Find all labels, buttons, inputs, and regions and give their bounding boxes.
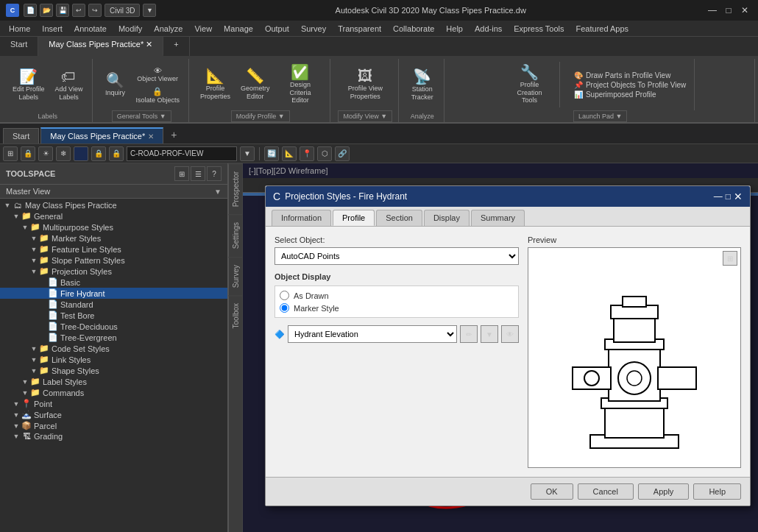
menu-manage[interactable]: Manage bbox=[218, 23, 259, 35]
marker-edit-button[interactable]: ✏ bbox=[460, 325, 478, 343]
grading-toggle[interactable]: ▼ bbox=[12, 433, 21, 440]
tree-item-label[interactable]: ▼ 📁 Label Styles bbox=[0, 376, 227, 387]
superimposed-profile-button[interactable]: 📊 Superimposed Profile bbox=[572, 90, 688, 99]
menu-collaborate[interactable]: Collaborate bbox=[387, 23, 440, 35]
radio-marker-style[interactable]: Marker Style bbox=[280, 303, 514, 313]
station-tracker-button[interactable]: 📡 StationTracker bbox=[408, 67, 437, 104]
sidetab-settings[interactable]: Settings bbox=[228, 214, 243, 256]
sidetab-toolbox[interactable]: Toolbox bbox=[228, 295, 243, 336]
point-toggle[interactable]: ▼ bbox=[12, 400, 21, 408]
dropdown-btn[interactable]: ▼ bbox=[143, 4, 156, 17]
open-btn[interactable]: 📂 bbox=[40, 4, 53, 17]
menu-analyze[interactable]: Analyze bbox=[148, 23, 188, 35]
layer-dropdown[interactable]: ▼ bbox=[240, 146, 255, 161]
model-space-btn[interactable]: ⊞ bbox=[3, 146, 18, 161]
commands-toggle[interactable]: ▼ bbox=[21, 389, 29, 397]
apply-button[interactable]: Apply bbox=[638, 483, 690, 500]
project-objects-button[interactable]: 📌 Project Objects To Profile View bbox=[572, 80, 688, 90]
tree-item-marker[interactable]: ▼ 📁 Marker Styles bbox=[0, 233, 227, 244]
menu-express[interactable]: Express Tools bbox=[508, 23, 570, 35]
tree-item-testbore[interactable]: 📄 Test Bore bbox=[0, 310, 227, 321]
root-toggle[interactable]: ▼ bbox=[3, 202, 12, 209]
tree-item-surface[interactable]: ▼ 🗻 Surface bbox=[0, 409, 227, 420]
surface-toggle[interactable]: ▼ bbox=[12, 411, 21, 419]
edit-profile-labels-button[interactable]: 📝 Edit ProfileLabels bbox=[9, 67, 49, 104]
master-view-arrow[interactable]: ▼ bbox=[214, 188, 222, 196]
tree-item-point[interactable]: ▼ 📍 Point bbox=[0, 398, 227, 409]
modify-view-flyout[interactable]: Modify View ▼ bbox=[338, 110, 392, 122]
dialog-tab-section[interactable]: Section bbox=[376, 210, 422, 226]
tab-add[interactable]: + bbox=[163, 37, 189, 56]
layer-input[interactable] bbox=[127, 146, 237, 161]
menu-transparent[interactable]: Transparent bbox=[332, 23, 387, 35]
general-toggle[interactable]: ▼ bbox=[12, 213, 21, 220]
ok-button[interactable]: OK bbox=[531, 483, 573, 500]
tab-start-doc[interactable]: Start bbox=[3, 128, 39, 143]
close-button[interactable]: ✕ bbox=[737, 3, 752, 18]
design-criteria-button[interactable]: ✅ Design CriteriaEditor bbox=[276, 63, 324, 107]
tree-item-parcel[interactable]: ▼ 📦 Parcel bbox=[0, 420, 227, 431]
radio-marker-style-input[interactable] bbox=[280, 303, 289, 313]
dialog-tab-summary[interactable]: Summary bbox=[471, 210, 525, 226]
menu-output[interactable]: Output bbox=[259, 23, 295, 35]
preview-corner-button[interactable]: ⊞ bbox=[723, 251, 737, 266]
multipurpose-toggle[interactable]: ▼ bbox=[21, 224, 29, 231]
help-button[interactable]: Help bbox=[693, 483, 741, 500]
tb-btn4[interactable]: ⬡ bbox=[317, 146, 332, 161]
link-toggle[interactable]: ▼ bbox=[29, 356, 38, 363]
dialog-tab-display[interactable]: Display bbox=[424, 210, 470, 226]
tab-start[interactable]: Start bbox=[0, 37, 38, 56]
dialog-close-button[interactable]: ✕ bbox=[734, 191, 743, 202]
add-view-labels-button[interactable]: 🏷 Add ViewLabels bbox=[52, 67, 87, 104]
codeset-toggle[interactable]: ▼ bbox=[29, 345, 38, 352]
tree-item-root[interactable]: ▼ 🗂 May Class Pipes Practice bbox=[0, 200, 227, 210]
redo-btn[interactable]: ↪ bbox=[88, 4, 102, 17]
menu-featured[interactable]: Featured Apps bbox=[570, 23, 635, 35]
parcel-toggle[interactable]: ▼ bbox=[12, 422, 21, 430]
ts-btn3[interactable]: ? bbox=[207, 166, 222, 181]
modify-profile-flyout[interactable]: Modify Profile ▼ bbox=[231, 110, 290, 122]
tree-item-grading[interactable]: ▼ 🏗 Grading bbox=[0, 431, 227, 441]
tb-btn1[interactable]: 🔄 bbox=[264, 146, 279, 161]
layer-freeze-btn[interactable]: ❄ bbox=[56, 146, 71, 161]
dialog-minimize-button[interactable]: — bbox=[714, 191, 723, 202]
menu-view[interactable]: View bbox=[188, 23, 218, 35]
dialog-tab-profile[interactable]: Profile bbox=[333, 210, 375, 226]
projection-toggle[interactable]: ▼ bbox=[29, 268, 38, 275]
label-toggle[interactable]: ▼ bbox=[21, 378, 29, 386]
dialog-tab-information[interactable]: Information bbox=[272, 210, 331, 226]
profile-properties-button[interactable]: 📐 ProfileProperties bbox=[196, 66, 234, 103]
ts-btn1[interactable]: ⊞ bbox=[174, 166, 189, 181]
shape-toggle[interactable]: ▼ bbox=[29, 367, 38, 375]
dialog-maximize-button[interactable]: □ bbox=[726, 191, 731, 202]
tree-item-treedeciduous[interactable]: 📄 Tree-Deciduous bbox=[0, 321, 227, 332]
tree-item-link[interactable]: ▼ 📁 Link Styles bbox=[0, 354, 227, 365]
radio-as-drawn-input[interactable] bbox=[280, 291, 289, 300]
marker-style-dropdown[interactable]: Hydrant Elevation bbox=[288, 325, 457, 343]
menu-modify[interactable]: Modify bbox=[113, 23, 148, 35]
tree-item-projection[interactable]: ▼ 📁 Projection Styles bbox=[0, 266, 227, 277]
inquiry-button[interactable]: 🔍 Inquiry bbox=[100, 71, 130, 99]
profile-view-properties-button[interactable]: 🖼 Profile ViewProperties bbox=[344, 66, 386, 103]
draw-parts-button[interactable]: 🎨 Draw Parts in Profile View bbox=[572, 71, 688, 80]
tree-item-codeset[interactable]: ▼ 📁 Code Set Styles bbox=[0, 343, 227, 354]
menu-addins[interactable]: Add-ins bbox=[469, 23, 508, 35]
menu-help[interactable]: Help bbox=[440, 23, 469, 35]
sidetab-prospector[interactable]: Prospector bbox=[228, 163, 243, 214]
sun-btn[interactable]: ☀ bbox=[38, 146, 53, 161]
tree-item-standard[interactable]: 📄 Standard bbox=[0, 299, 227, 310]
general-tools-flyout[interactable]: General Tools ▼ bbox=[112, 110, 171, 122]
ts-btn2[interactable]: ☰ bbox=[191, 166, 205, 181]
tb-btn3[interactable]: 📍 bbox=[300, 146, 314, 161]
undo-btn[interactable]: ↩ bbox=[72, 4, 85, 17]
cancel-button[interactable]: Cancel bbox=[578, 483, 634, 500]
layer-lock3-btn[interactable]: 🔒 bbox=[109, 146, 124, 161]
marker-dropdown-button[interactable]: ▼ bbox=[481, 325, 498, 343]
tree-item-shape[interactable]: ▼ 📁 Shape Styles bbox=[0, 365, 227, 376]
sidetab-survey[interactable]: Survey bbox=[228, 257, 243, 295]
maximize-button[interactable]: □ bbox=[721, 3, 736, 18]
menu-survey[interactable]: Survey bbox=[295, 23, 332, 35]
tree-item-firehydrant[interactable]: 📄 Fire Hydrant bbox=[0, 288, 227, 299]
add-tab-button[interactable]: + bbox=[165, 126, 183, 143]
radio-as-drawn[interactable]: As Drawn bbox=[280, 291, 514, 300]
